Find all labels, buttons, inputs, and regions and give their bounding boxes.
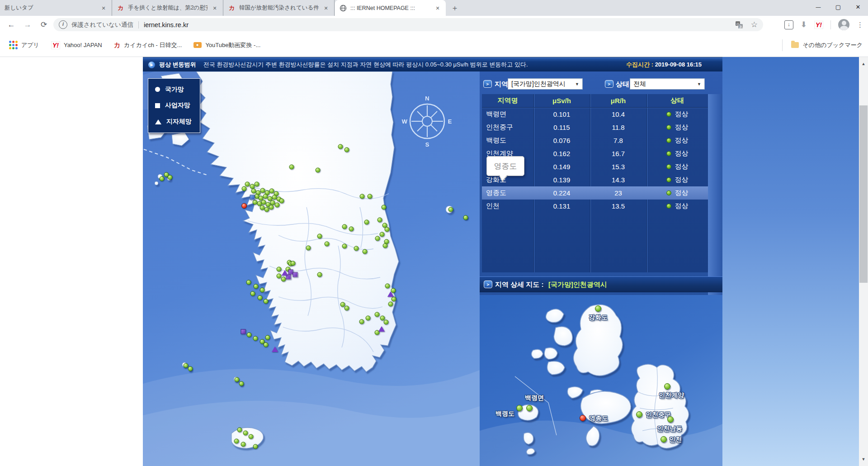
- station-marker-national[interactable]: [385, 284, 390, 289]
- station-marker-national[interactable]: [249, 434, 254, 439]
- station-marker-national[interactable]: [368, 194, 373, 199]
- tab-close-icon[interactable]: ✕: [100, 5, 107, 12]
- station-marker-national[interactable]: [253, 444, 258, 449]
- tab-article-2[interactable]: カ 韓国が放射能汚染されている件｜カ ✕: [224, 0, 335, 16]
- station-marker-national[interactable]: [279, 199, 284, 204]
- station-marker-national[interactable]: [375, 312, 380, 317]
- detail-station-dot-영종도[interactable]: [580, 415, 586, 421]
- profile-avatar[interactable]: [838, 19, 849, 30]
- station-marker-national[interactable]: [463, 215, 468, 220]
- tab-new-tab[interactable]: 新しいタブ ✕: [0, 0, 112, 16]
- table-row[interactable]: 영종도0.22423정상: [482, 186, 708, 200]
- station-marker-national[interactable]: [382, 205, 387, 210]
- station-marker-national[interactable]: [392, 297, 396, 302]
- table-row[interactable]: 백령도0.0767.8정상: [482, 134, 708, 147]
- download-box-icon[interactable]: ↓: [784, 20, 793, 29]
- station-marker-national[interactable]: [306, 246, 311, 251]
- station-marker-operator[interactable]: [293, 272, 298, 277]
- station-marker-national[interactable]: [160, 176, 165, 181]
- back-icon[interactable]: ←: [5, 19, 17, 31]
- station-marker-national[interactable]: [277, 274, 282, 279]
- bookmark-kaikai-ch[interactable]: カ カイカイch - 日韓交...: [111, 39, 185, 51]
- station-marker-national[interactable]: [383, 243, 388, 248]
- scroll-up-icon[interactable]: ▲: [859, 57, 868, 71]
- station-marker-national[interactable]: [188, 366, 193, 371]
- page-scrollbar[interactable]: ▲ ▼: [859, 57, 868, 466]
- station-marker-national[interactable]: [254, 284, 259, 289]
- station-marker-national[interactable]: [385, 227, 390, 232]
- station-marker-national[interactable]: [349, 227, 354, 232]
- address-bar[interactable]: i 保護されていない通信 iernet.kins.re.kr G あ ☆: [53, 18, 763, 31]
- bookmark-youtube-converter[interactable]: YouTube動画変換 -...: [191, 39, 263, 51]
- bookmark-apps[interactable]: アプリ: [6, 39, 42, 51]
- station-marker-national[interactable]: [258, 295, 263, 300]
- incheon-detail-map[interactable]: 강화도백령면백령도인천계양인천중구인천남동영종도인천: [480, 295, 722, 466]
- other-bookmarks[interactable]: その他のブックマーク: [782, 33, 863, 57]
- bookmark-yahoo-japan[interactable]: Y! Yahoo! JAPAN: [48, 39, 105, 51]
- station-marker-national[interactable]: [338, 144, 343, 149]
- station-marker-localgov[interactable]: [387, 291, 394, 297]
- station-marker-national[interactable]: [264, 299, 269, 304]
- maximize-button[interactable]: ▢: [828, 0, 848, 14]
- station-marker-national[interactable]: [245, 182, 250, 187]
- detail-station-dot-인천남동[interactable]: [667, 416, 674, 423]
- minimize-button[interactable]: —: [808, 0, 828, 14]
- station-marker-operator[interactable]: [241, 329, 246, 334]
- station-marker-national[interactable]: [247, 333, 252, 338]
- table-row[interactable]: 인천0.13113.5정상: [482, 200, 708, 213]
- station-marker-localgov[interactable]: [282, 270, 288, 276]
- translate-icon[interactable]: G あ: [735, 21, 743, 29]
- station-marker-selected[interactable]: [241, 203, 247, 209]
- info-icon[interactable]: i: [59, 20, 67, 29]
- station-marker-national[interactable]: [269, 205, 274, 210]
- station-marker-national[interactable]: [360, 194, 365, 199]
- detail-station-dot-인천[interactable]: [660, 436, 667, 442]
- scroll-down-icon[interactable]: ▼: [859, 452, 868, 466]
- station-marker-national[interactable]: [354, 246, 359, 251]
- station-marker-national[interactable]: [317, 234, 322, 239]
- table-row[interactable]: 인천중구0.11511.8정상: [482, 121, 708, 134]
- station-marker-national[interactable]: [184, 363, 189, 368]
- tab-close-icon[interactable]: ✕: [211, 5, 218, 12]
- station-marker-national[interactable]: [344, 306, 349, 311]
- station-marker-national[interactable]: [289, 165, 294, 170]
- bookmark-star-icon[interactable]: ☆: [751, 20, 758, 29]
- station-marker-national[interactable]: [275, 203, 280, 208]
- station-marker-national[interactable]: [342, 224, 347, 229]
- station-marker-national[interactable]: [243, 431, 248, 436]
- station-marker-national[interactable]: [316, 168, 321, 173]
- table-row[interactable]: 백령면0.10110.4정상: [482, 108, 708, 121]
- status-select[interactable]: 전체 ▼: [630, 78, 705, 90]
- tab-iernet-active[interactable]: ::: IERNet HOMEPAGE ::: ✕: [335, 0, 446, 16]
- station-marker-national[interactable]: [264, 342, 269, 347]
- station-marker-national[interactable]: [260, 288, 265, 293]
- scrollbar-thumb[interactable]: [859, 105, 868, 283]
- station-marker-national[interactable]: [384, 320, 389, 325]
- station-marker-national[interactable]: [344, 147, 349, 152]
- tab-article-1[interactable]: カ 手を拱くと放射能は、第2の慰安婦？ ✕: [113, 0, 223, 16]
- station-marker-national[interactable]: [388, 302, 393, 307]
- close-button[interactable]: ✕: [848, 0, 868, 14]
- reload-icon[interactable]: ⟳: [38, 19, 50, 31]
- station-marker-national[interactable]: [325, 242, 330, 247]
- station-marker-national[interactable]: [246, 280, 251, 285]
- station-marker-national[interactable]: [250, 291, 255, 296]
- station-marker-national[interactable]: [234, 439, 239, 444]
- station-marker-national[interactable]: [291, 261, 296, 266]
- station-marker-national[interactable]: [366, 316, 371, 321]
- station-marker-national[interactable]: [364, 220, 369, 225]
- region-select[interactable]: [국가망]인천광역시 ▼: [508, 78, 583, 90]
- station-marker-national[interactable]: [255, 182, 259, 187]
- station-marker-national[interactable]: [363, 249, 368, 254]
- station-marker-national[interactable]: [377, 218, 382, 223]
- station-marker-national[interactable]: [281, 277, 286, 282]
- download-arrow-icon[interactable]: ⬇: [801, 20, 807, 29]
- chrome-menu-icon[interactable]: ⋮: [857, 21, 863, 29]
- station-marker-national[interactable]: [342, 244, 347, 249]
- station-marker-national[interactable]: [253, 336, 258, 341]
- tab-close-icon[interactable]: ✕: [322, 5, 330, 12]
- station-marker-national[interactable]: [375, 236, 380, 241]
- detail-station-dot-인천계양[interactable]: [664, 383, 670, 390]
- station-marker-national[interactable]: [277, 267, 282, 272]
- forward-icon[interactable]: →: [22, 19, 33, 31]
